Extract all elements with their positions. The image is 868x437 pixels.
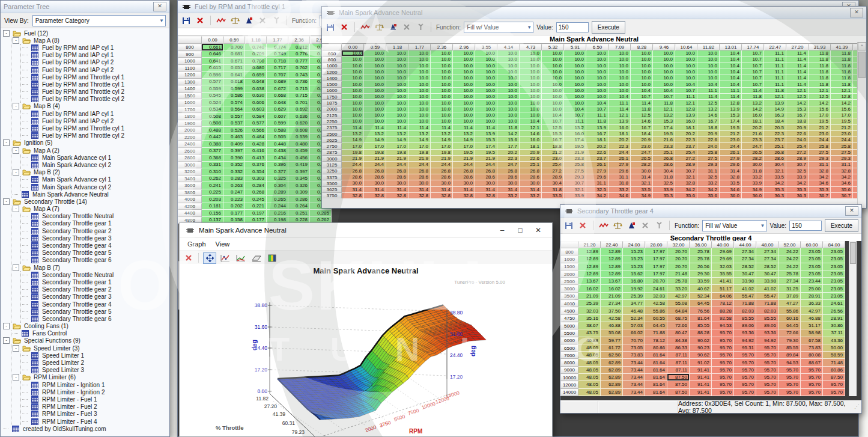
table-cell[interactable]: 11.8 <box>809 81 831 87</box>
table-cell[interactable]: 64.45 <box>690 300 712 307</box>
table-cell[interactable]: 12.89 <box>601 270 623 278</box>
tree-item[interactable]: Fuel by RPM and Throttle cyl 1 <box>22 124 169 132</box>
table-cell[interactable]: 18.4 <box>631 131 653 137</box>
table-cell[interactable]: 94.53 <box>712 322 734 329</box>
col-header[interactable]: 40.00 <box>712 241 734 248</box>
maximize-icon[interactable]: □ <box>511 226 529 234</box>
table-cell[interactable]: 14.2 <box>786 100 809 106</box>
table-cell[interactable]: 0.615 <box>202 65 223 72</box>
table-cell[interactable]: 31.1 <box>697 168 720 174</box>
row-header[interactable]: 3200 <box>178 168 202 176</box>
table-cell[interactable]: 10.0 <box>564 75 586 81</box>
collapse-icon[interactable]: - <box>3 30 10 37</box>
table-cell[interactable]: 11.8 <box>831 69 853 75</box>
col-header[interactable]: 10.64 <box>675 44 697 50</box>
tree-item[interactable]: Main Spark Advance cyl 1 <box>22 154 169 161</box>
row-header[interactable]: 2125 <box>322 112 342 118</box>
x-axis-icon[interactable] <box>257 16 268 25</box>
table-cell[interactable]: 95.70 <box>712 352 734 359</box>
col-header[interactable]: 8.28 <box>631 44 653 50</box>
close-graph-icon[interactable] <box>183 254 194 263</box>
table-cell[interactable]: 24.0 <box>697 143 720 149</box>
table-cell[interactable]: 0.247 <box>223 189 245 197</box>
table-cell[interactable]: 10.7 <box>742 50 764 57</box>
row-header[interactable]: 12000 <box>560 381 578 388</box>
table-cell[interactable]: 19.5 <box>809 118 831 124</box>
table-cell[interactable]: 32.5 <box>653 180 675 186</box>
table-cell[interactable]: 13.9 <box>764 100 786 106</box>
close-icon[interactable]: ✕ <box>153 2 166 11</box>
table-cell[interactable]: 71.88 <box>734 300 756 307</box>
tree-item[interactable]: Secondary Throttle gear 4 <box>22 301 169 308</box>
table-cell[interactable]: 62.89 <box>601 389 623 396</box>
tree-item[interactable]: Secondary Throttle gear 6 <box>22 315 169 322</box>
table-cell[interactable]: 95.70 <box>801 389 823 396</box>
table-cell[interactable]: 95.70 <box>712 359 734 366</box>
table-cell[interactable]: 19.8 <box>431 150 453 156</box>
table-cell[interactable]: 0.717 <box>267 65 288 72</box>
table-cell[interactable]: 30.0 <box>386 180 408 186</box>
table-cell[interactable]: 81.64 <box>645 389 667 396</box>
table-cell[interactable]: 24.22 <box>778 263 801 270</box>
table-cell[interactable]: 24.4 <box>720 143 742 149</box>
table-cell[interactable]: 10.0 <box>342 63 364 69</box>
row-header[interactable]: 3125 <box>322 162 342 168</box>
table-cell[interactable]: 20.70 <box>667 263 690 270</box>
table-cell[interactable]: 18.8 <box>786 118 809 124</box>
table-cell[interactable]: 31.8 <box>542 187 564 193</box>
table-cell[interactable]: 20.9 <box>520 150 542 156</box>
col-header[interactable]: 41.39 <box>831 44 853 50</box>
table-cell[interactable]: 10.0 <box>564 57 586 63</box>
table-cell[interactable]: 10.0 <box>675 50 697 57</box>
tree-item[interactable]: Fuel by RPM and IAP cyl 2 <box>22 117 169 124</box>
table-cell[interactable]: 15.23 <box>623 263 645 270</box>
table-cell[interactable]: 10.0 <box>408 63 431 69</box>
table-cell[interactable]: 10.0 <box>497 100 520 106</box>
table-cell[interactable]: 10.0 <box>408 88 431 94</box>
table-cell[interactable]: 10.0 <box>675 63 697 69</box>
table-cell[interactable]: 10.0 <box>386 100 408 106</box>
table-cell[interactable]: 82.03 <box>756 307 778 314</box>
table-cell[interactable]: 35.16 <box>578 315 601 322</box>
table-cell[interactable]: 10.0 <box>542 100 564 106</box>
table-cell[interactable]: 81.64 <box>690 315 712 322</box>
table-cell[interactable]: 10.4 <box>586 100 609 106</box>
table-cell[interactable]: 55.86 <box>778 307 801 314</box>
tree-item[interactable]: Speed Limiter 3 <box>22 367 169 374</box>
spark-3d-surface[interactable]: 38.8038.8031.6031.6024.4024.4017.2017.20… <box>180 278 552 436</box>
table-cell[interactable]: 28.91 <box>823 315 845 322</box>
row-header[interactable]: 1100 <box>178 65 202 72</box>
table-cell[interactable]: 61.72 <box>601 344 623 352</box>
row-header[interactable]: 4000 <box>178 196 202 203</box>
table-cell[interactable]: 30.4 <box>764 162 786 168</box>
pan-icon[interactable] <box>203 252 216 264</box>
table-cell[interactable]: 14.2 <box>809 100 831 106</box>
row-header[interactable]: 3800 <box>178 189 202 197</box>
table-cell[interactable]: 10.0 <box>386 63 408 69</box>
collapse-icon[interactable]: - <box>3 139 10 146</box>
table-cell[interactable]: 32.8 <box>342 193 364 198</box>
row-header[interactable]: 3000 <box>178 162 202 169</box>
table-cell[interactable]: 20.5 <box>764 125 786 131</box>
table-cell[interactable]: 19.5 <box>831 118 853 124</box>
table-cell[interactable]: 21.9 <box>453 156 475 162</box>
table-cell[interactable]: 25.1 <box>764 143 786 149</box>
row-header[interactable]: 3400 <box>178 176 202 183</box>
table-cell[interactable]: 0.286 <box>288 196 310 203</box>
table-cell[interactable]: 11.8 <box>831 81 853 87</box>
table-cell[interactable]: 10.0 <box>520 57 542 63</box>
table-cell[interactable]: 87.50 <box>667 389 690 396</box>
table-cell[interactable]: 95.70 <box>712 337 734 344</box>
table-cell[interactable]: 48.05 <box>578 381 601 388</box>
table-cell[interactable]: 25.39 <box>623 293 645 300</box>
table-cell[interactable]: 0.310 <box>202 168 223 176</box>
table-cell[interactable]: 10.0 <box>475 69 497 75</box>
tree-item[interactable]: Fuel by RPM and IAP cyl 2 <box>22 59 169 66</box>
table-cell[interactable]: 10.0 <box>653 50 675 57</box>
table-cell[interactable]: 10.0 <box>609 88 631 94</box>
table-cell[interactable]: 10.0 <box>453 50 475 57</box>
table-cell[interactable]: 95.70 <box>801 374 823 381</box>
table-cell[interactable]: 31.1 <box>586 180 609 186</box>
table-cell[interactable]: 27.5 <box>809 150 831 156</box>
table-cell[interactable]: 10.0 <box>609 81 631 87</box>
